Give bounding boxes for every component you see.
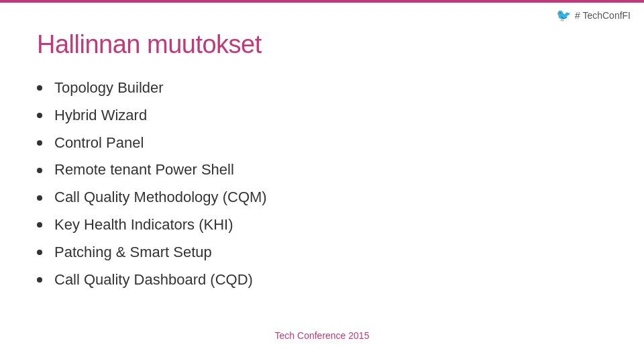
bullet-text: Control Panel (54, 133, 144, 154)
twitter-icon: 🐦 (556, 8, 571, 23)
bullet-dot (37, 140, 42, 146)
bullet-list: Topology BuilderHybrid WizardControl Pan… (37, 78, 617, 290)
bullet-text: Hybrid Wizard (54, 105, 147, 126)
list-item: Control Panel (37, 133, 617, 154)
bullet-text: Patching & Smart Setup (54, 242, 212, 263)
top-border (0, 0, 644, 3)
bullet-dot (37, 222, 42, 228)
bullet-dot (37, 195, 42, 201)
bullet-dot (37, 277, 42, 283)
bullet-text: Topology Builder (54, 78, 164, 99)
main-content: Hallinnan muutokset Topology BuilderHybr… (37, 30, 617, 314)
list-item: Key Health Indicators (KHI) (37, 215, 617, 236)
bullet-dot (37, 113, 42, 118)
slide-title: Hallinnan muutokset (37, 30, 617, 59)
list-item: Topology Builder (37, 78, 617, 99)
footer-text: Tech Conference 2015 (275, 330, 370, 341)
top-bar: 🐦 # TechConfFI (556, 8, 631, 23)
list-item: Patching & Smart Setup (37, 242, 617, 263)
hashtag-text: # TechConfFI (575, 10, 631, 21)
list-item: Call Quality Methodology (CQM) (37, 187, 617, 208)
bullet-text: Remote tenant Power Shell (54, 160, 234, 181)
bullet-text: Key Health Indicators (KHI) (54, 215, 233, 236)
bullet-text: Call Quality Dashboard (CQD) (54, 270, 253, 291)
list-item: Remote tenant Power Shell (37, 160, 617, 181)
slide: 🐦 # TechConfFI Hallinnan muutokset Topol… (0, 0, 644, 351)
bullet-dot (37, 250, 42, 255)
bullet-dot (37, 168, 42, 173)
bullet-text: Call Quality Methodology (CQM) (54, 187, 267, 208)
list-item: Hybrid Wizard (37, 105, 617, 126)
list-item: Call Quality Dashboard (CQD) (37, 270, 617, 291)
bullet-dot (37, 85, 42, 91)
footer: Tech Conference 2015 (0, 330, 644, 342)
